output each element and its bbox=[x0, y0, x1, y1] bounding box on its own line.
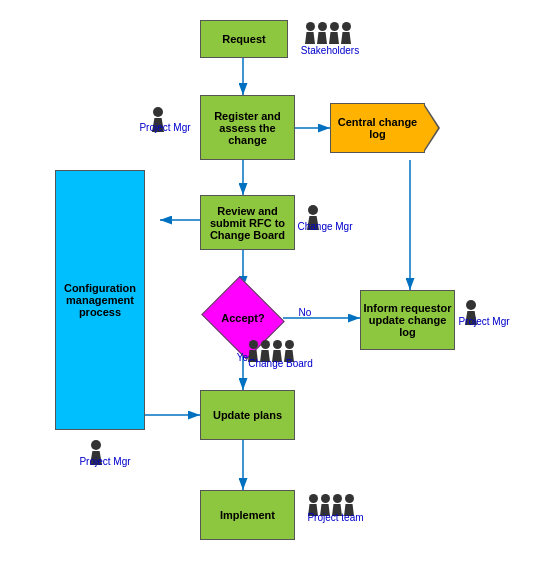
register-box: Register and assess the change bbox=[200, 95, 295, 160]
change-mgr-label: Change Mgr bbox=[296, 221, 354, 232]
central-log-box: Central change log bbox=[330, 103, 425, 153]
stakeholders-icon bbox=[305, 22, 351, 44]
accept-diamond: Accept? bbox=[208, 288, 278, 348]
request-box: Request bbox=[200, 20, 288, 58]
update-plans-box: Update plans bbox=[200, 390, 295, 440]
change-board-label: Change Board bbox=[248, 358, 313, 369]
project-team-label: Project team bbox=[303, 512, 368, 523]
no-label: No bbox=[295, 307, 315, 318]
implement-box: Implement bbox=[200, 490, 295, 540]
config-box: Configuration management process bbox=[55, 170, 145, 430]
stakeholders-label: Stakeholders bbox=[300, 45, 360, 56]
inform-box: Inform requestor update change log bbox=[360, 290, 455, 350]
project-mgr-2-label: Project Mgr bbox=[454, 316, 514, 327]
diagram: Request Stakeholders Register and assess… bbox=[0, 0, 557, 572]
project-mgr-3-label: Project Mgr bbox=[75, 456, 135, 467]
review-box: Review and submit RFC to Change Board bbox=[200, 195, 295, 250]
project-mgr-1-label: Project Mgr bbox=[135, 122, 195, 133]
